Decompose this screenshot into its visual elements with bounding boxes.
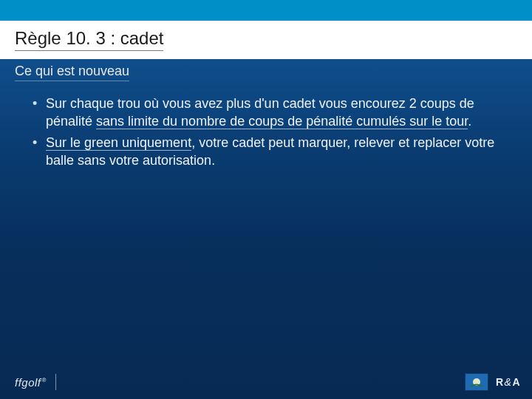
bullet-list: Sur chaque trou où vous avez plus d'un c… — [33, 95, 505, 172]
bullet-text-post: . — [468, 114, 471, 129]
subtitle: Ce qui est nouveau — [15, 64, 129, 81]
ffgolf-logo-text: ffgolf — [15, 376, 41, 389]
list-item: Sur chaque trou où vous avez plus d'un c… — [33, 95, 505, 131]
ffgolf-logo: ffgolf® — [15, 376, 47, 389]
slide-body: Ce qui est nouveau Sur chaque trou où vo… — [0, 59, 532, 399]
bullet-text-underline: sans limite du nombre de coups de pénali… — [96, 114, 468, 129]
footer-left: ffgolf® — [15, 374, 56, 390]
ra-logo: R&A — [496, 376, 520, 388]
top-accent-bar — [0, 0, 532, 21]
slide-title: Règle 10. 3 : cadet — [15, 28, 163, 51]
list-item: Sur le green uniquement, votre cadet peu… — [33, 134, 505, 170]
bullet-text-underline: Sur le green uniquement — [46, 135, 191, 151]
footer: ffgolf® R&A — [0, 369, 532, 399]
divider — [55, 374, 56, 390]
footer-right: R&A — [465, 373, 520, 391]
slide: Règle 10. 3 : cadet Ce qui est nouveau S… — [0, 0, 532, 399]
golf-badge-icon — [465, 373, 488, 391]
